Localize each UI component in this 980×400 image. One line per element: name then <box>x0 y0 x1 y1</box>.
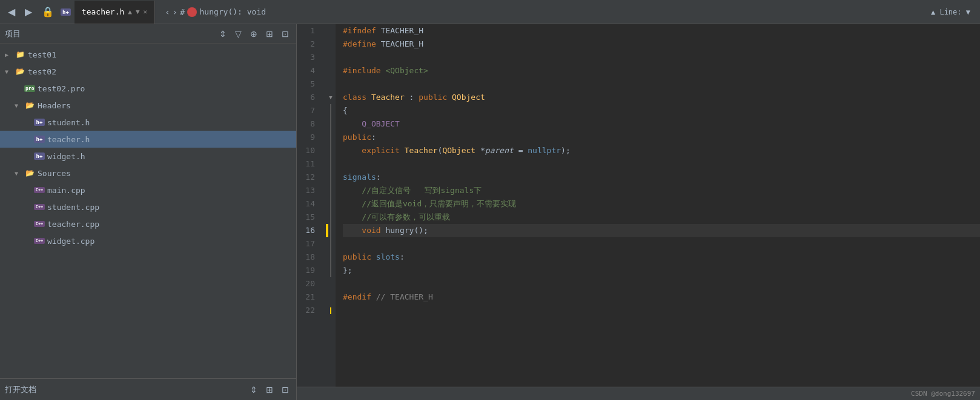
fold-gutter-14 <box>326 197 336 211</box>
tree-label-teacher-h: teacher.h <box>47 135 90 144</box>
fold-gutter-19 <box>326 264 336 277</box>
bottom-image-button[interactable]: ⊡ <box>279 384 291 396</box>
sidebar-item-teacher-cpp[interactable]: C++ teacher.cpp <box>0 215 296 232</box>
token-14-1: //返回值是void，只需要声明，不需要实现 <box>343 197 516 211</box>
sidebar-item-main-cpp[interactable]: C++ main.cpp <box>0 182 296 198</box>
fold-gutter-6[interactable]: ▼ <box>326 91 336 104</box>
fold-gutter-8 <box>326 117 336 131</box>
sidebar-bottom: 打开文档 ⇕ ⊞ ⊡ <box>0 378 296 400</box>
sidebar-item-headers[interactable]: ▼ 📂 Headers <box>0 97 296 114</box>
token-16-sp <box>343 224 362 237</box>
lock-button[interactable]: 🔒 <box>39 5 57 19</box>
code-line-22 <box>343 304 980 317</box>
tab-nav-up[interactable]: ▲ <box>128 8 132 16</box>
token-16-1: void <box>362 224 385 237</box>
tab-close-button[interactable]: ✕ <box>144 8 148 16</box>
tree-label-widget-cpp: widget.cpp <box>47 237 94 246</box>
forward-button[interactable]: ▶ <box>22 5 35 19</box>
folder-icon-headers: 📂 <box>24 100 35 110</box>
fold-gutter-13 <box>326 184 336 197</box>
code-line-1: #ifndef TEACHER_H <box>343 24 980 38</box>
code-editor[interactable]: #ifndef TEACHER_H #define TEACHER_H #inc… <box>336 24 980 387</box>
token-6-5: QObject <box>452 91 485 104</box>
token-21-1: #endif <box>343 290 376 304</box>
token-8-sp <box>343 117 362 131</box>
tree-label-student-h: student.h <box>47 118 90 127</box>
code-line-12: signals: <box>343 171 980 184</box>
bottom-bar: CSDN @dong132697 <box>297 387 980 400</box>
token-4-2: <QObject> <box>385 64 428 77</box>
sidebar-bottom-label: 打开文档 <box>5 384 244 395</box>
sidebar-item-test01[interactable]: ▶ 📁 test01 <box>0 46 296 63</box>
folder-icon-test02: 📂 <box>15 67 25 76</box>
tab-nav-down[interactable]: ▼ <box>136 8 140 16</box>
sidebar-item-test02[interactable]: ▼ 📂 test02 <box>0 63 296 80</box>
token-15-1: //可以有参数，可以重载 <box>343 211 450 224</box>
line-indicator: ▲ Line: ▼ <box>931 8 975 16</box>
breadcrumb-back-icon[interactable]: ‹ <box>165 7 170 17</box>
sidebar-item-teacher-h[interactable]: h+ teacher.h <box>0 131 296 148</box>
file-icon-teacher-h: h+ <box>34 134 45 144</box>
tree-label-sources: Sources <box>38 169 71 178</box>
line-nav-down[interactable]: ▼ <box>966 8 970 16</box>
hash-icon: # <box>180 7 185 17</box>
token-6-1: class <box>343 91 371 104</box>
sidebar-filter-button[interactable]: ▽ <box>233 28 244 40</box>
token-18-2: slots <box>376 251 400 264</box>
sidebar-item-student-h[interactable]: h+ student.h <box>0 114 296 131</box>
code-line-9: public: <box>343 131 980 144</box>
sidebar-item-widget-cpp[interactable]: C++ widget.cpp <box>0 232 296 249</box>
token-10-1: explicit <box>362 144 404 157</box>
bottom-split-button[interactable]: ⊞ <box>263 384 276 396</box>
token-10-2: Teacher <box>405 144 438 157</box>
line-nav-up[interactable]: ▲ <box>931 8 935 16</box>
token-9-1: public <box>343 131 371 144</box>
file-icon-widget-h: h+ <box>34 151 45 161</box>
fold-gutter-16 <box>326 224 336 237</box>
editor-content: 1 2 3 4 5 6 7 8 9 10 11 12 13 14 15 16 1… <box>297 24 980 387</box>
file-icon-pro: pro <box>24 84 35 93</box>
fold-gutter-1 <box>326 24 336 38</box>
watermark: CSDN @dong132697 <box>911 390 975 398</box>
token-10-5: * <box>475 144 485 157</box>
token-16-3: (); <box>414 224 428 237</box>
fold-gutter-10 <box>326 144 336 157</box>
token-18-3: : <box>400 251 405 264</box>
sidebar-image-button[interactable]: ⊡ <box>279 28 291 40</box>
method-name: hungry(): void <box>199 7 266 16</box>
fold-gutter: ▼ <box>326 24 336 387</box>
token-6-2: Teacher <box>371 91 405 104</box>
sidebar-item-test02pro[interactable]: pro test02.pro <box>0 80 296 97</box>
token-19-1: }; <box>343 264 353 277</box>
sidebar-item-widget-h[interactable]: h+ widget.h <box>0 148 296 165</box>
token-6-3: : <box>405 91 419 104</box>
file-icon-main-cpp: C++ <box>34 185 45 195</box>
tree-arrow-headers: ▼ <box>15 102 22 109</box>
tree-label-test02pro: test02.pro <box>38 84 85 93</box>
breadcrumb-forward-icon[interactable]: › <box>173 7 177 17</box>
sidebar-item-student-cpp[interactable]: C++ student.cpp <box>0 198 296 215</box>
sidebar-sort-button[interactable]: ⇕ <box>217 28 229 40</box>
code-line-17 <box>343 237 980 251</box>
sidebar-item-sources[interactable]: ▼ 📂 Sources <box>0 165 296 182</box>
fold-gutter-7 <box>326 104 336 117</box>
code-line-21: #endif // TEACHER_H <box>343 290 980 304</box>
tab-label: teacher.h <box>82 7 124 16</box>
bottom-sort-button[interactable]: ⇕ <box>248 384 260 396</box>
token-10-sp <box>343 144 362 157</box>
fold-gutter-3 <box>326 51 336 64</box>
fold-gutter-11 <box>326 157 336 171</box>
back-button[interactable]: ◀ <box>5 5 18 19</box>
tree-label-test01: test01 <box>28 50 56 59</box>
method-icon <box>187 7 197 17</box>
fold-gutter-18 <box>326 251 336 264</box>
sidebar-title: 项目 <box>5 28 213 39</box>
tab-file-icon: h+ <box>61 8 71 16</box>
sidebar-split-button[interactable]: ⊞ <box>263 28 276 40</box>
sidebar-link-button[interactable]: ⊕ <box>248 28 260 40</box>
fold-gutter-21 <box>326 290 336 304</box>
sidebar-header: 项目 ⇕ ▽ ⊕ ⊞ ⊡ <box>0 24 296 44</box>
token-2-2: TEACHER_H <box>381 38 423 51</box>
tab-teacher-h[interactable]: teacher.h ▲ ▼ ✕ <box>74 1 155 24</box>
breadcrumb-section: ‹ › # hungry(): void <box>159 7 272 17</box>
